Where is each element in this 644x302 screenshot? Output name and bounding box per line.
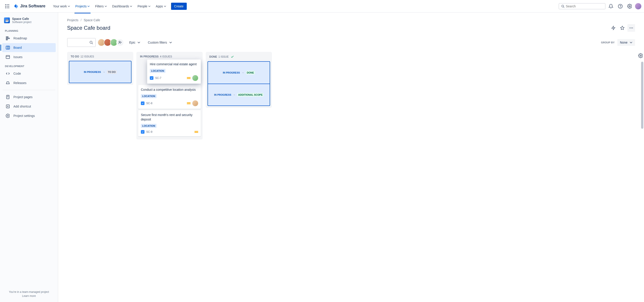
project-name: Space Cafe bbox=[12, 17, 32, 20]
svg-point-5 bbox=[8, 6, 9, 7]
nav-apps[interactable]: Apps bbox=[154, 3, 168, 10]
group-by-value: None bbox=[620, 41, 628, 44]
nav-label: Your work bbox=[53, 4, 67, 8]
group-by-button[interactable]: None bbox=[618, 39, 635, 46]
footer-text: You're in a team-managed project bbox=[4, 290, 54, 294]
chevron-down-icon bbox=[105, 5, 107, 8]
svg-point-33 bbox=[631, 28, 632, 28]
svg-line-36 bbox=[92, 43, 93, 44]
chevron-down-icon bbox=[169, 41, 172, 44]
column-done[interactable]: DONE 1 ISSUE IN PROGRESS → DONE IN PROGR… bbox=[206, 52, 272, 108]
sidebar-issues[interactable]: Issues bbox=[2, 52, 56, 62]
automation-icon[interactable] bbox=[610, 24, 617, 32]
filter-label: Epic bbox=[129, 41, 135, 44]
breadcrumb-projects[interactable]: Projects bbox=[67, 18, 78, 22]
svg-rect-41 bbox=[187, 78, 190, 79]
card-footer: SC-8 bbox=[141, 100, 198, 106]
sidebar-roadmap[interactable]: Roadmap bbox=[2, 34, 56, 43]
sidebar-label: Board bbox=[14, 46, 22, 50]
sidebar-label: Issues bbox=[14, 55, 22, 59]
roadmap-icon bbox=[5, 36, 10, 41]
nav-dashboards[interactable]: Dashboards bbox=[110, 3, 134, 10]
add-people-button[interactable] bbox=[116, 39, 124, 46]
scrollbar[interactable] bbox=[641, 12, 644, 302]
jira-logo[interactable]: Jira Software bbox=[14, 4, 46, 9]
scrollbar-thumb[interactable] bbox=[641, 62, 643, 129]
transition-from: IN PROGRESS bbox=[223, 71, 240, 74]
project-type: Software project bbox=[12, 20, 32, 24]
issue-card[interactable]: Secure first month's rent and security d… bbox=[138, 110, 201, 136]
svg-point-34 bbox=[632, 28, 633, 28]
nav-label: Filters bbox=[95, 4, 104, 8]
task-icon bbox=[141, 130, 144, 134]
topnav-right bbox=[558, 2, 641, 10]
dropzone-todo[interactable]: IN PROGRESS → TO DO bbox=[69, 61, 132, 83]
filter-label: Custom filters bbox=[148, 41, 167, 44]
svg-point-35 bbox=[90, 41, 92, 43]
profile-avatar[interactable] bbox=[635, 3, 641, 10]
top-nav: Jira Software Your work Projects Filters… bbox=[0, 0, 644, 12]
custom-filters[interactable]: Custom filters bbox=[146, 39, 174, 46]
issue-key: SC-9 bbox=[146, 130, 152, 134]
issue-card-dragging[interactable]: Hire commercial real estate agent LOCATI… bbox=[147, 60, 201, 84]
svg-point-3 bbox=[5, 6, 6, 7]
breadcrumb-project[interactable]: Space Cafe bbox=[84, 18, 100, 22]
section-planning: PLANNING bbox=[2, 26, 56, 34]
epic-filter[interactable]: Epic bbox=[127, 39, 142, 46]
help-icon[interactable] bbox=[616, 2, 624, 10]
main-content: Projects / Space Cafe Space Cafe board bbox=[58, 12, 644, 302]
notifications-icon[interactable] bbox=[607, 2, 615, 10]
nav-filters[interactable]: Filters bbox=[93, 3, 109, 10]
assignee-avatar[interactable] bbox=[192, 100, 198, 106]
chevron-down-icon bbox=[630, 41, 632, 44]
sidebar-add-shortcut[interactable]: Add shortcut bbox=[2, 102, 56, 111]
sidebar-project-settings[interactable]: Project settings bbox=[2, 111, 56, 120]
card-title: Hire commercial real estate agent bbox=[150, 62, 198, 66]
column-name: TO DO bbox=[71, 55, 79, 58]
app-switcher-icon[interactable] bbox=[3, 2, 12, 11]
nav-your-work[interactable]: Your work bbox=[51, 3, 72, 10]
transition-from: IN PROGRESS bbox=[214, 94, 231, 96]
search-input[interactable] bbox=[566, 4, 603, 8]
project-icon: ☕ bbox=[4, 18, 10, 23]
star-icon[interactable] bbox=[618, 24, 626, 32]
column-todo[interactable]: TO DO 12 ISSUES IN PROGRESS → TO DO bbox=[67, 52, 133, 85]
svg-rect-17 bbox=[6, 46, 10, 49]
chevron-down-icon bbox=[148, 5, 150, 8]
settings-icon[interactable] bbox=[626, 2, 634, 10]
svg-line-10 bbox=[564, 7, 564, 8]
column-inprogress[interactable]: IN PROGRESS 4 ISSUES Hire commercial rea… bbox=[136, 52, 202, 140]
arrow-icon: → bbox=[233, 94, 236, 96]
column-name: DONE bbox=[209, 55, 217, 58]
svg-rect-16 bbox=[6, 39, 8, 40]
issue-card[interactable]: Conduct a competitive location analysis … bbox=[138, 85, 201, 109]
nav-items: Your work Projects Filters Dashboards Pe… bbox=[51, 3, 168, 10]
sidebar-board[interactable]: Board bbox=[2, 43, 56, 52]
board-search[interactable] bbox=[67, 38, 96, 47]
add-shortcut-icon bbox=[5, 104, 10, 109]
card-title: Conduct a competitive location analysis bbox=[141, 88, 198, 92]
board: TO DO 12 ISSUES IN PROGRESS → TO DO IN P… bbox=[67, 52, 635, 140]
sidebar-releases[interactable]: Releases bbox=[2, 78, 56, 88]
project-header[interactable]: ☕ Space Cafe Software project bbox=[2, 17, 56, 26]
nav-people[interactable]: People bbox=[135, 3, 153, 10]
code-icon bbox=[5, 71, 10, 76]
search-box[interactable] bbox=[558, 3, 606, 10]
create-button[interactable]: Create bbox=[171, 3, 187, 10]
nav-projects[interactable]: Projects bbox=[73, 3, 92, 10]
svg-rect-43 bbox=[187, 104, 190, 104]
sidebar-code[interactable]: Code bbox=[2, 69, 56, 78]
svg-rect-40 bbox=[187, 77, 190, 78]
assignee-avatar[interactable] bbox=[192, 75, 198, 81]
nav-label: People bbox=[138, 4, 147, 8]
learn-more-link[interactable]: Learn more bbox=[4, 294, 54, 298]
pages-icon bbox=[5, 94, 10, 100]
dropzone-additional-scope[interactable]: IN PROGRESS → ADDITIONAL SCOPE bbox=[208, 84, 270, 106]
dropzone-done[interactable]: IN PROGRESS → DONE bbox=[208, 61, 270, 84]
sidebar-divider bbox=[3, 90, 55, 90]
more-icon[interactable] bbox=[628, 24, 635, 32]
sidebar-project-pages[interactable]: Project pages bbox=[2, 92, 56, 102]
issue-key: SC-7 bbox=[155, 76, 161, 80]
card-tag: LOCATION bbox=[150, 69, 166, 73]
card-tag: LOCATION bbox=[141, 94, 156, 98]
